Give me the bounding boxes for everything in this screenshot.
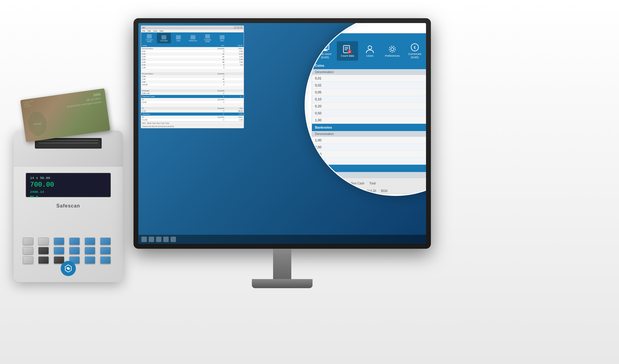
small-footer-cash: Cash — [152, 122, 156, 124]
menu-edit[interactable]: Edit — [148, 30, 151, 32]
taskbar-icon-4[interactable] — [163, 237, 169, 242]
machine-btn-ce[interactable] — [38, 238, 49, 245]
small-col-headers-packages: Package Quantity — [141, 89, 244, 92]
machine-btn-blue1[interactable] — [54, 238, 64, 245]
small-app-window: MC _ □ × File Edit View Help — [141, 25, 244, 128]
small-titlebar: MC _ □ × — [141, 26, 244, 29]
small-col-headers-vouchers: ID Quantity Value — [141, 116, 244, 119]
machine-btn-blue6[interactable] — [69, 247, 80, 254]
packages-col-headers: Package Quantity — [312, 172, 426, 178]
large-footer-currency: BGN — [381, 189, 387, 193]
small-vouchers-header: Vouchers 1 1,50 — [141, 113, 244, 116]
packages-section-header: Packages 2 4 — [312, 165, 426, 172]
small-btn-about[interactable]: About — [215, 33, 229, 43]
small-banknotes-header: Banknotes 28 27... — [141, 69, 244, 72]
monitor-area: MC _ □ × File Edit View Help — [134, 18, 431, 291]
small-menubar: File Edit View Help — [141, 29, 244, 32]
small-btn-count-data[interactable]: Count data — [157, 33, 171, 43]
large-footer-cash-val: 604,20 — [339, 189, 348, 193]
machine-btn-blue5[interactable] — [54, 247, 64, 254]
coins-col-headers: Denomination Quantity Value — [312, 69, 426, 75]
machine-logo — [61, 261, 76, 276]
large-footer-total-val: 914,20 — [367, 189, 376, 193]
large-btn-currencies-num: (6185) — [411, 56, 419, 59]
large-footer-values: Totals 0,00 604,20 310,00 914,20 BGN — [312, 188, 426, 194]
banknotes-col-headers: Denomination Quantity Value — [312, 131, 426, 137]
large-btn-users[interactable]: Users — [359, 41, 381, 61]
small-coin-packages-header: Coin Packages 2 — [141, 86, 244, 89]
small-footer-currency: BGN — [170, 126, 174, 127]
machine-btn-blue4[interactable] — [100, 238, 111, 245]
banknotes-section-header: Banknotes 28 272,00 — [312, 124, 426, 131]
machine-btn-f[interactable] — [23, 256, 33, 264]
taskbar-icon-5[interactable] — [171, 237, 176, 242]
taskbar-icon-3[interactable] — [156, 237, 161, 242]
small-cheques-header: Cheques 1 58, — [141, 104, 244, 107]
close-button[interactable]: × — [240, 26, 242, 29]
small-footer-ref: Ref: - — [142, 122, 147, 124]
machine-btn-blue2[interactable] — [69, 238, 80, 245]
small-btn-currencies-number: (6185) — [205, 41, 210, 42]
machine-btn-new[interactable] — [100, 256, 111, 264]
small-footer-total: Total — [165, 122, 169, 124]
machine-btn-blue8[interactable] — [100, 247, 111, 254]
large-footer-bank: Bank — [327, 182, 334, 185]
display-line2: 700.00 — [30, 180, 107, 190]
menu-help[interactable]: Help — [160, 30, 163, 32]
preferences-icon — [387, 45, 397, 53]
small-row-coin-020: 0,20387,60 — [141, 61, 244, 64]
small-footer-totals-label: Totals — [142, 126, 147, 127]
large-footer-noncash: Non Cash — [351, 182, 364, 185]
maximize-button[interactable]: □ — [237, 26, 239, 29]
minimize-button[interactable]: _ — [234, 26, 236, 29]
monitor-outer-frame: MC _ □ × File Edit View Help — [134, 18, 431, 249]
machine-btn-dark2[interactable] — [38, 256, 49, 264]
svg-rect-6 — [323, 49, 326, 50]
small-btn-users[interactable]: Users — [171, 33, 185, 43]
row-coin-005: 0,05 20 1,00 — [312, 89, 426, 96]
menu-view[interactable]: View — [153, 30, 157, 32]
small-btn-preferences[interactable]: Preferences — [186, 33, 200, 43]
small-col-headers-banknotes: Denomination Quantity — [141, 72, 244, 75]
small-btn-live-count[interactable]: Live count (6185) — [142, 33, 156, 43]
machine-btn-blue3[interactable] — [85, 238, 95, 245]
display-line1: 14 x 50.00 — [30, 176, 107, 180]
small-btn-about-label: About — [220, 40, 224, 42]
small-preferences-icon — [191, 35, 195, 39]
small-row-coin-050: 0,5094,5 — [141, 64, 244, 66]
small-window-controls: _ □ × — [234, 26, 242, 29]
large-btn-count-data[interactable]: + Count data — [337, 41, 358, 61]
menu-file[interactable]: File — [142, 30, 145, 32]
taskbar-icon-1[interactable] — [141, 237, 147, 242]
machine-btn-dark1[interactable] — [38, 247, 49, 254]
large-btn-count-data-label: Count data — [341, 54, 354, 57]
monitor-stand — [273, 249, 291, 279]
large-app-window: Safescan — [312, 33, 426, 194]
small-row-coin-100: 1,003 — [141, 66, 244, 69]
svg-text:+: + — [349, 51, 350, 53]
machine-btn-blue7[interactable] — [85, 247, 95, 254]
machine-btn-blue10[interactable] — [85, 256, 95, 264]
small-coins-header: Coins 114 18,20 — [141, 44, 244, 47]
small-app-title: MC — [142, 27, 145, 29]
row-bnote-200: 2,00 10 20,00 — [312, 144, 426, 151]
small-row-bnote-200: 2,0010 — [141, 78, 244, 81]
small-row-coin-005: 0,05201,00 — [141, 56, 244, 58]
small-about-icon — [220, 35, 225, 39]
machine-btn-item[interactable] — [23, 238, 33, 245]
small-btn-currencies[interactable]: Currencies (6185) — [201, 33, 215, 43]
row-coin-001: 0,01 6 0,06 — [312, 75, 426, 82]
small-live-count-icon — [147, 34, 152, 39]
large-btn-currencies[interactable]: € Currencies (6185) — [404, 41, 425, 61]
large-footer-total: Total — [369, 182, 376, 185]
large-btn-live-count-label: Live count — [319, 52, 331, 56]
taskbar-icon-2[interactable] — [149, 237, 154, 242]
large-btn-preferences[interactable]: Preferences — [382, 41, 403, 61]
machine-btn-ok[interactable] — [23, 247, 33, 254]
large-content-area: Coins 114 18,20 Denomination Quantity Va… — [312, 62, 426, 178]
small-footer-noncash: Non Cash — [157, 122, 165, 124]
large-btn-live-count[interactable]: Live count (6185) — [314, 41, 336, 61]
large-footer-noncash-val: 310,00 — [353, 189, 362, 193]
small-footer-cash-val: 604,20 — [152, 126, 157, 127]
small-footer-values: Totals 0,00 604,20 310,00 914,20 BGN — [141, 125, 244, 128]
